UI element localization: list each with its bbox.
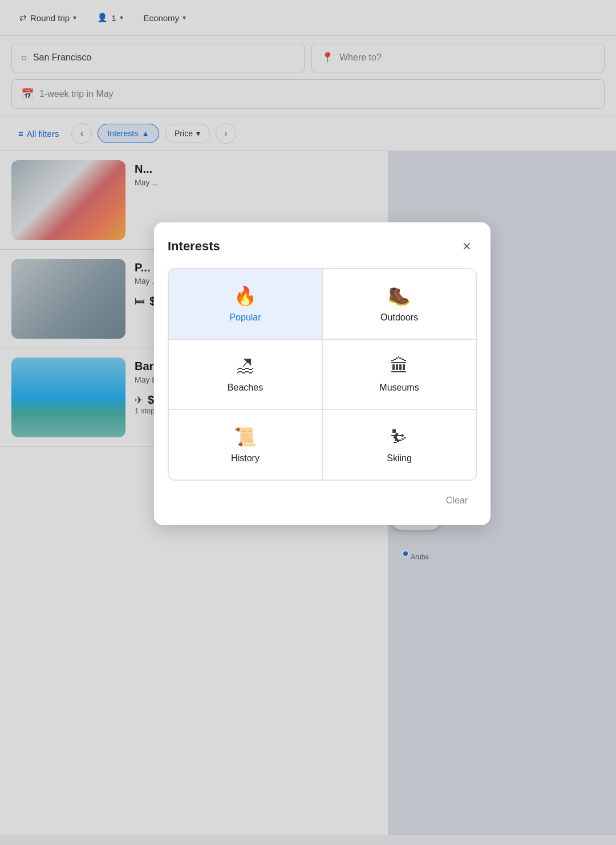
modal-header: Interests ✕ <box>168 236 477 257</box>
history-icon: 📜 <box>234 426 257 448</box>
museums-icon: 🏛 <box>390 356 408 377</box>
history-label: History <box>231 453 260 464</box>
outdoors-label: Outdoors <box>380 312 418 323</box>
modal-footer: Clear <box>168 490 477 511</box>
interest-grid: 🔥 Popular 🥾 Outdoors 🏖 Beaches 🏛 Museums… <box>168 268 477 481</box>
interest-item-museums[interactable]: 🏛 Museums <box>322 339 476 409</box>
interest-item-history[interactable]: 📜 History <box>168 409 322 480</box>
clear-button[interactable]: Clear <box>437 490 477 511</box>
interest-item-popular[interactable]: 🔥 Popular <box>168 269 322 339</box>
museums-label: Museums <box>379 383 419 393</box>
interests-modal: Interests ✕ 🔥 Popular 🥾 Outdoors 🏖 Beach… <box>154 222 491 525</box>
modal-title: Interests <box>168 239 220 254</box>
interest-item-skiing[interactable]: ⛷ Skiing <box>322 409 476 480</box>
skiing-icon: ⛷ <box>390 426 408 448</box>
skiing-label: Skiing <box>387 453 412 464</box>
modal-close-button[interactable]: ✕ <box>456 236 477 257</box>
beaches-label: Beaches <box>228 383 263 393</box>
interest-item-beaches[interactable]: 🏖 Beaches <box>168 339 322 409</box>
interest-item-outdoors[interactable]: 🥾 Outdoors <box>322 269 476 339</box>
beaches-icon: 🏖 <box>236 356 254 377</box>
outdoors-icon: 🥾 <box>388 285 411 307</box>
close-icon: ✕ <box>462 239 472 253</box>
popular-icon: 🔥 <box>234 285 257 307</box>
popular-label: Popular <box>229 312 261 323</box>
